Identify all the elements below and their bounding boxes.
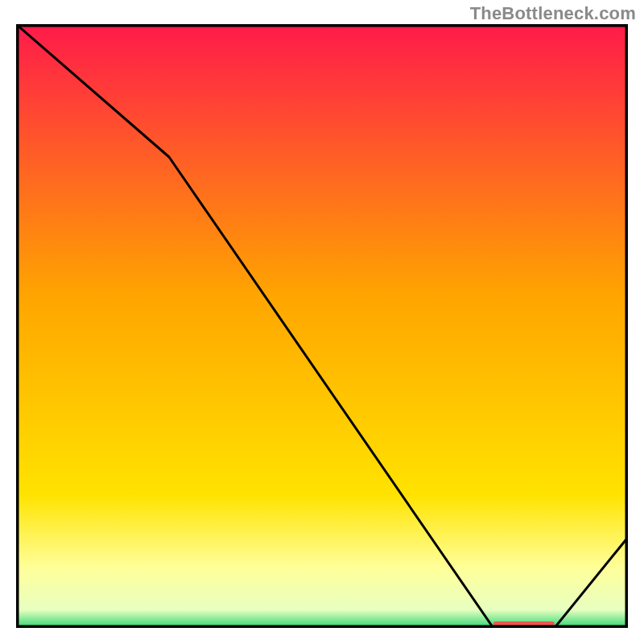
bottleneck-chart <box>16 24 628 628</box>
chart-background <box>16 24 628 628</box>
chart-svg <box>16 24 628 628</box>
attribution-text: TheBottleneck.com <box>470 3 636 24</box>
